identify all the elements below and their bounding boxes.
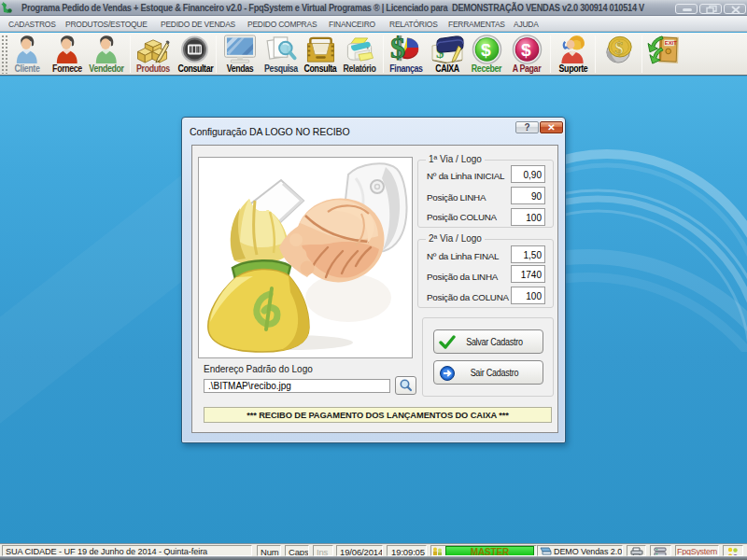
svg-text:$: $	[614, 38, 623, 58]
svg-text:$: $	[481, 40, 491, 60]
svg-text:$: $	[390, 35, 405, 64]
svg-text:EXIT: EXIT	[665, 40, 677, 46]
svg-text:$: $	[521, 40, 531, 60]
